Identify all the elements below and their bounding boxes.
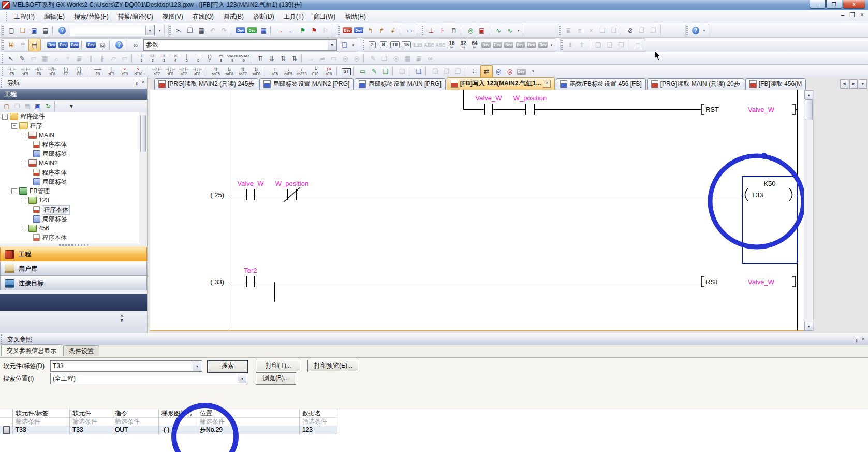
menu-find-replace[interactable]: 搜索/替换(F)	[69, 11, 113, 23]
edit-box1-button[interactable]: ▱	[108, 53, 119, 64]
chevron-down-icon[interactable]: ▼	[145, 26, 154, 35]
print-button[interactable]: 打印(T)...	[256, 360, 301, 372]
statement-jump-next-button[interactable]: ↱	[376, 25, 387, 36]
undo-button[interactable]: ↶	[207, 25, 218, 36]
horizontal-line-button[interactable]: ──F9	[91, 66, 105, 77]
parallel-invert-falling-button[interactable]: ⇊saF8	[249, 66, 263, 77]
document-gray-button[interactable]: ❏	[396, 66, 408, 77]
monitor-box-button[interactable]: ▭	[328, 53, 340, 64]
device-display-button[interactable]: Dev	[85, 39, 97, 51]
monitor-start-button[interactable]: ⚑	[297, 25, 308, 36]
context-help-button[interactable]: ?	[690, 25, 701, 36]
watch-find-button[interactable]: ∞	[424, 53, 436, 64]
category-overflow-button[interactable]: »▾	[120, 313, 123, 323]
documents-3-button[interactable]: ❐	[452, 66, 464, 77]
menu-online[interactable]: 在线(O)	[188, 11, 218, 23]
title-bar[interactable]: MELSOFT系列 GX Works2 C:\Users\ZY-DQ001\De…	[0, 0, 868, 10]
menu-tools[interactable]: 工具(T)	[279, 11, 308, 23]
page-setting-button[interactable]: ❏	[339, 39, 350, 51]
horizontal-line-6-button[interactable]: ─6	[193, 53, 204, 64]
tab-local-label-main[interactable]: 局部标签设置 MAIN [PRG]	[355, 78, 445, 90]
menu-edit[interactable]: 编辑(E)	[39, 11, 69, 23]
vertical-line-5-button[interactable]: │5	[181, 53, 193, 64]
menu-diagnostics[interactable]: 诊断(D)	[248, 11, 279, 23]
tree-item-fb-123-body[interactable]: 程序本体	[0, 205, 139, 214]
work-window-button[interactable]: ▤	[28, 39, 41, 51]
contact-or-3-button[interactable]: ⊣⊢3	[158, 53, 170, 64]
note-display-button[interactable]: Dev	[69, 39, 80, 51]
parallel-closed-contact-button[interactable]: ⊣/⊢sF6	[46, 66, 59, 77]
falling-pulse-button[interactable]: ⊣↓⊢sF8	[164, 66, 177, 77]
coil-button[interactable]: ( )F7	[59, 66, 72, 77]
pin-icon[interactable]: ┰	[855, 336, 859, 342]
find-device-monitor-button[interactable]: ◎	[465, 25, 476, 36]
closed-contact-button[interactable]: ⊣/⊢F6	[32, 66, 46, 77]
watch-register-button[interactable]: ▣	[476, 25, 488, 36]
device-format-1-button[interactable]: Dev	[480, 39, 492, 51]
trend-graph-button[interactable]: ∿	[493, 25, 504, 36]
menu-view[interactable]: 视图(V)	[158, 11, 188, 23]
tree-item-main2-body[interactable]: 程序本体	[0, 168, 139, 177]
pair-contact-1-button[interactable]: ⇈	[255, 53, 266, 64]
child-minimize-icon[interactable]: –	[841, 11, 845, 19]
device-monitor-button[interactable]: Dev	[246, 25, 258, 36]
chevron-down-icon[interactable]: ▼	[328, 40, 336, 50]
expand-collapse-icon[interactable]: −	[11, 123, 17, 129]
scroll-down-icon[interactable]: ▼	[804, 322, 813, 331]
project-combo[interactable]: ▼	[70, 25, 155, 36]
chevron-down-icon[interactable]: ▼	[193, 361, 201, 371]
tab-scroll-right-icon[interactable]: ▶	[849, 79, 858, 89]
menu-window[interactable]: 窗口(W)	[308, 11, 340, 23]
new-ladder-block-button[interactable]: ≣	[563, 25, 574, 36]
statement-jump-prev-button[interactable]: ↰	[364, 25, 376, 36]
expand-collapse-icon[interactable]: −	[11, 188, 17, 194]
parallel-open-contact-button[interactable]: ⊣ ⊢sF5	[19, 66, 32, 77]
display-format-10-button[interactable]: 10	[389, 39, 401, 51]
device-format-5-button[interactable]: Dev	[526, 39, 537, 51]
device-use-list-button[interactable]: ❏	[604, 39, 615, 51]
pair-contact-2-button[interactable]: ⇊	[266, 53, 277, 64]
panel-splitter-handle[interactable]	[0, 243, 147, 247]
close-icon[interactable]: ×	[142, 79, 145, 85]
data-property-button[interactable]: ▣	[33, 101, 43, 111]
jump-write-button[interactable]: →	[305, 53, 317, 64]
pin-display-button[interactable]: ∷	[469, 66, 480, 77]
redo-button[interactable]: ↷	[218, 25, 230, 36]
tree-item-main-labels[interactable]: 局部标签	[0, 149, 139, 158]
device-zoom-button[interactable]: Dev	[516, 66, 527, 77]
edit-box2-button[interactable]: ▭	[119, 53, 130, 64]
read-mode-button[interactable]: ❏	[597, 25, 608, 36]
split-ladder-block-button[interactable]: ≡	[574, 25, 585, 36]
note-edit-button[interactable]: ◎	[390, 53, 402, 64]
delete-column-button[interactable]: ∦	[96, 53, 108, 64]
device-display-red-button[interactable]: Dev	[342, 25, 353, 36]
var-assign-9-button[interactable]: VAR=9	[227, 53, 238, 64]
monitor-pause-button[interactable]: ⚐	[320, 25, 331, 36]
logic-test-step-button[interactable]: ⊦	[437, 25, 448, 36]
paste-button[interactable]: ▦	[196, 25, 207, 36]
parallel-rising-pulse-button[interactable]: ⊣↑⊢aF7	[177, 66, 190, 77]
column-header-position[interactable]: 位置	[197, 409, 300, 418]
nav-category-project[interactable]: 工程	[0, 247, 147, 261]
column-header-ladder-symbol[interactable]: 梯形图符号	[159, 409, 197, 418]
insert-column-button[interactable]: ∥	[85, 53, 96, 64]
filter-cell[interactable]: 筛选条件	[112, 417, 159, 426]
filter-cell[interactable]	[159, 417, 197, 426]
contact-close-2-button[interactable]: ⊣/⊢2	[147, 53, 158, 64]
var-read-0-button[interactable]: =VAR0	[238, 53, 249, 64]
tree-item-fb-123[interactable]: − 123	[0, 196, 139, 205]
read-from-plc-button[interactable]: ←	[286, 25, 297, 36]
expand-collapse-icon[interactable]: −	[21, 226, 26, 231]
pin-icon[interactable]: ┰	[135, 79, 139, 85]
ladder-logic-test-button[interactable]: ⊥	[425, 25, 437, 36]
branch-line-button[interactable]: └F10	[308, 66, 322, 77]
ladder-block-list-button[interactable]: ❏	[593, 39, 604, 51]
open-button[interactable]: ❏	[17, 25, 28, 36]
tree-item-program-parts[interactable]: − 程序部件	[0, 112, 139, 121]
tab-condition-settings[interactable]: 条件设置	[63, 345, 99, 356]
delete-vertical-line-button[interactable]: ×cF10	[131, 66, 145, 77]
print-button[interactable]: ▤	[40, 25, 51, 36]
toolbar-overflow-icon[interactable]: ▾	[516, 25, 521, 36]
memory-list-button[interactable]: ≣	[413, 53, 424, 64]
menu-compile[interactable]: 转换/编译(C)	[113, 11, 158, 23]
